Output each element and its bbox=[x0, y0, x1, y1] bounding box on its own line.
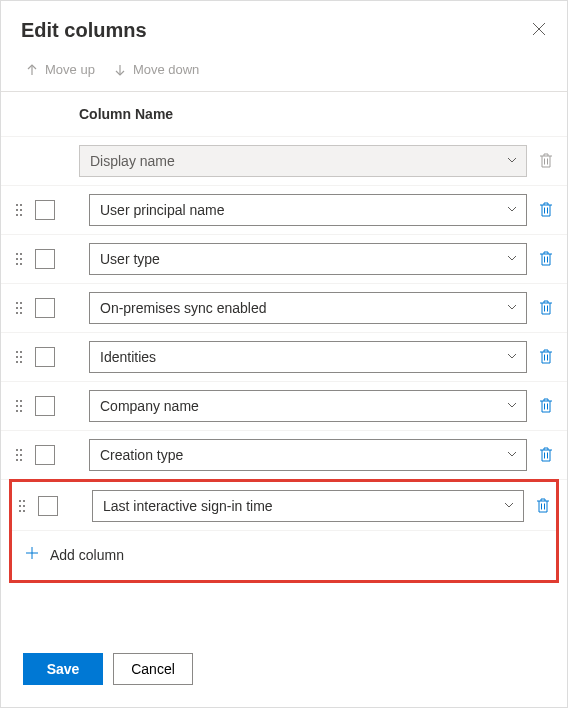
svg-point-64 bbox=[20, 410, 22, 412]
delete-column-button[interactable] bbox=[537, 349, 555, 365]
delete-column-button bbox=[537, 153, 555, 169]
svg-point-82 bbox=[23, 500, 25, 502]
drag-dots-icon bbox=[15, 202, 23, 218]
close-icon bbox=[531, 21, 547, 37]
row-checkbox[interactable] bbox=[35, 200, 55, 220]
chevron-down-icon bbox=[506, 251, 518, 267]
svg-point-30 bbox=[16, 263, 18, 265]
row-checkbox[interactable] bbox=[35, 396, 55, 416]
chevron-down-icon bbox=[506, 153, 518, 169]
column-select[interactable]: On-premises sync enabled bbox=[89, 292, 527, 324]
drag-dots-icon bbox=[18, 498, 26, 514]
drag-handle[interactable] bbox=[13, 251, 25, 267]
plus-icon bbox=[24, 545, 40, 564]
column-select[interactable]: Company name bbox=[89, 390, 527, 422]
chevron-down-icon bbox=[506, 202, 518, 218]
cancel-button[interactable]: Cancel bbox=[113, 653, 193, 685]
svg-point-27 bbox=[20, 253, 22, 255]
column-select-value: On-premises sync enabled bbox=[100, 300, 267, 316]
trash-icon bbox=[539, 447, 553, 463]
svg-point-51 bbox=[20, 356, 22, 358]
svg-point-63 bbox=[16, 410, 18, 412]
trash-icon bbox=[536, 498, 550, 514]
column-select[interactable]: Last interactive sign-in time bbox=[92, 490, 524, 522]
move-up-button[interactable]: Move up bbox=[25, 62, 95, 77]
trash-icon bbox=[539, 349, 553, 365]
svg-point-49 bbox=[20, 351, 22, 353]
svg-point-18 bbox=[20, 209, 22, 211]
column-row-locked: Display name bbox=[1, 137, 567, 186]
column-select[interactable]: User principal name bbox=[89, 194, 527, 226]
trash-icon bbox=[539, 300, 553, 316]
toolbar: Move up Move down bbox=[1, 48, 567, 92]
svg-point-83 bbox=[19, 505, 21, 507]
svg-point-84 bbox=[23, 505, 25, 507]
drag-handle[interactable] bbox=[16, 498, 28, 514]
row-checkbox[interactable] bbox=[35, 445, 55, 465]
drag-handle[interactable] bbox=[13, 447, 25, 463]
svg-point-41 bbox=[16, 312, 18, 314]
column-select-locked: Display name bbox=[79, 145, 527, 177]
delete-column-button[interactable] bbox=[537, 251, 555, 267]
save-button[interactable]: Save bbox=[23, 653, 103, 685]
row-checkbox[interactable] bbox=[35, 347, 55, 367]
svg-point-26 bbox=[16, 253, 18, 255]
move-down-button[interactable]: Move down bbox=[113, 62, 199, 77]
column-select[interactable]: Identities bbox=[89, 341, 527, 373]
row-checkbox[interactable] bbox=[35, 249, 55, 269]
svg-point-53 bbox=[20, 361, 22, 363]
column-select[interactable]: User type bbox=[89, 243, 527, 275]
close-button[interactable] bbox=[531, 21, 547, 40]
delete-column-button[interactable] bbox=[534, 498, 552, 514]
column-row: Identities bbox=[1, 333, 567, 382]
column-list-header: Column Name bbox=[1, 92, 567, 137]
svg-point-16 bbox=[20, 204, 22, 206]
svg-point-70 bbox=[16, 449, 18, 451]
svg-point-48 bbox=[16, 351, 18, 353]
svg-point-31 bbox=[20, 263, 22, 265]
trash-icon bbox=[539, 398, 553, 414]
svg-point-17 bbox=[16, 209, 18, 211]
move-up-label: Move up bbox=[45, 62, 95, 77]
svg-point-42 bbox=[20, 312, 22, 314]
column-select-value: Company name bbox=[100, 398, 199, 414]
trash-icon bbox=[539, 202, 553, 218]
chevron-down-icon bbox=[503, 498, 515, 514]
column-select-value: Creation type bbox=[100, 447, 183, 463]
drag-handle[interactable] bbox=[13, 398, 25, 414]
add-column-button[interactable]: Add column bbox=[12, 531, 556, 578]
svg-point-81 bbox=[19, 500, 21, 502]
svg-point-85 bbox=[19, 510, 21, 512]
delete-column-button[interactable] bbox=[537, 398, 555, 414]
panel-header: Edit columns bbox=[1, 1, 567, 48]
delete-column-button[interactable] bbox=[537, 447, 555, 463]
arrow-up-icon bbox=[25, 63, 39, 77]
column-row: Last interactive sign-in time bbox=[12, 482, 556, 531]
drag-dots-icon bbox=[15, 251, 23, 267]
svg-point-71 bbox=[20, 449, 22, 451]
svg-point-61 bbox=[16, 405, 18, 407]
svg-point-60 bbox=[20, 400, 22, 402]
svg-point-59 bbox=[16, 400, 18, 402]
row-checkbox[interactable] bbox=[38, 496, 58, 516]
drag-dots-icon bbox=[15, 447, 23, 463]
column-row: User principal name bbox=[1, 186, 567, 235]
delete-column-button[interactable] bbox=[537, 202, 555, 218]
arrow-down-icon bbox=[113, 63, 127, 77]
column-row: Creation type bbox=[1, 431, 567, 480]
drag-dots-icon bbox=[15, 349, 23, 365]
column-select-value: Display name bbox=[90, 153, 175, 169]
chevron-down-icon bbox=[506, 300, 518, 316]
column-row: Company name bbox=[1, 382, 567, 431]
drag-handle[interactable] bbox=[13, 300, 25, 316]
column-select-value: Identities bbox=[100, 349, 156, 365]
drag-handle[interactable] bbox=[13, 202, 25, 218]
delete-column-button[interactable] bbox=[537, 300, 555, 316]
svg-point-19 bbox=[16, 214, 18, 216]
add-column-label: Add column bbox=[50, 547, 124, 563]
drag-handle[interactable] bbox=[13, 349, 25, 365]
column-select-value: Last interactive sign-in time bbox=[103, 498, 273, 514]
column-select[interactable]: Creation type bbox=[89, 439, 527, 471]
drag-dots-icon bbox=[15, 398, 23, 414]
row-checkbox[interactable] bbox=[35, 298, 55, 318]
